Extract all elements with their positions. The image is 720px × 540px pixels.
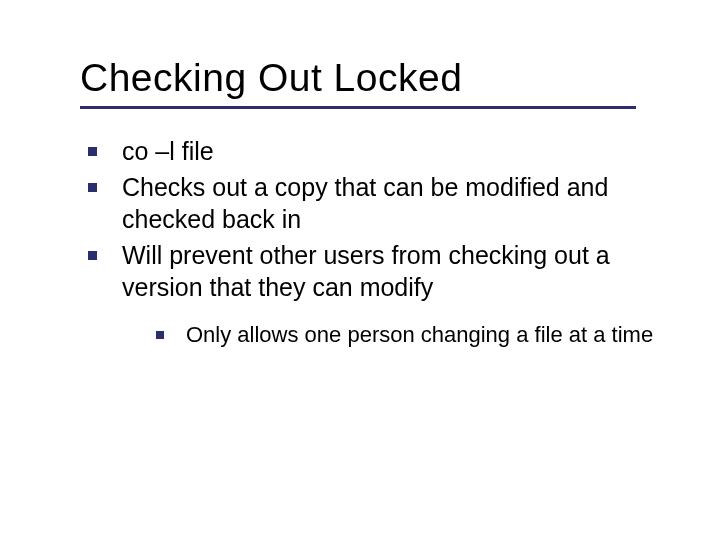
list-item-text: co –l file	[122, 137, 214, 165]
square-bullet-icon	[88, 183, 97, 192]
list-item-text: Checks out a copy that can be modified a…	[122, 173, 608, 233]
list-item-text: Will prevent other users from checking o…	[122, 241, 610, 301]
square-bullet-icon	[156, 331, 164, 339]
bullet-list: co –l file Checks out a copy that can be…	[80, 135, 670, 349]
list-item: Will prevent other users from checking o…	[88, 239, 670, 349]
list-item: co –l file	[88, 135, 670, 167]
slide: Checking Out Locked co –l file Checks ou…	[0, 0, 720, 540]
list-item: Checks out a copy that can be modified a…	[88, 171, 670, 235]
square-bullet-icon	[88, 147, 97, 156]
sub-bullet-list: Only allows one person changing a file a…	[122, 321, 670, 349]
list-item: Only allows one person changing a file a…	[156, 321, 670, 349]
title-underline	[80, 106, 636, 109]
square-bullet-icon	[88, 251, 97, 260]
list-item-text: Only allows one person changing a file a…	[186, 322, 653, 347]
page-title: Checking Out Locked	[80, 56, 670, 100]
